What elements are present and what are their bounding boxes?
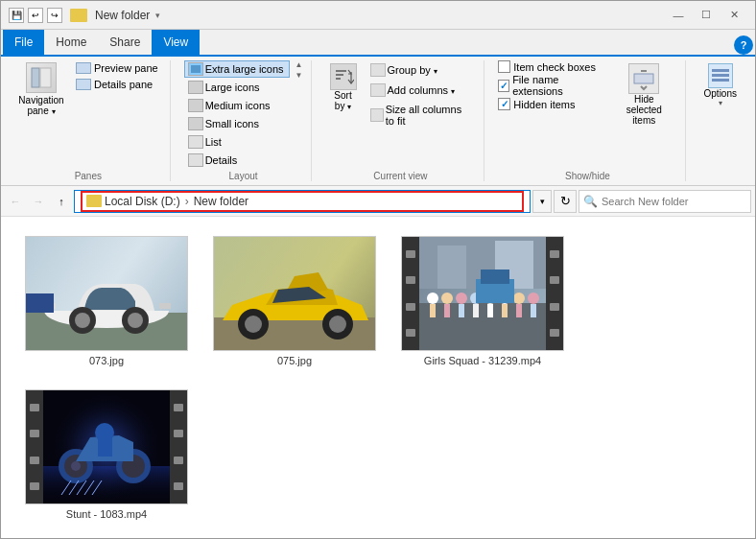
add-columns-label: Add columns ▾	[388, 84, 456, 96]
sort-by-button[interactable]: Sortby ▾	[325, 60, 362, 114]
ribbon: Navigationpane ▾ Preview pane Details pa…	[1, 57, 755, 186]
large-icon	[188, 81, 203, 94]
title-bar: 💾 ↩ ↪ New folder ▾ — ☐ ✕	[1, 1, 755, 30]
preview-pane-button[interactable]: Preview pane	[72, 60, 162, 76]
thumb-stunt	[25, 389, 188, 504]
options-button[interactable]: Options ▾	[699, 60, 742, 110]
ribbon-group-options: Options ▾	[692, 60, 749, 181]
path-new-folder: New folder	[194, 195, 248, 208]
medium-icon	[188, 99, 203, 112]
file-item-075[interactable]: 075.jpg	[208, 232, 381, 370]
address-input[interactable]: Local Disk (D:) › New folder	[74, 190, 531, 213]
ribbon-group-show-hide: Item check boxes File name extensions Hi…	[490, 60, 685, 181]
details-pane-icon	[76, 79, 91, 90]
search-box: 🔍	[579, 190, 751, 213]
file-extensions-toggle[interactable]: File name extensions	[498, 74, 602, 97]
video-strip-left-stunt	[26, 390, 43, 504]
hidden-items-label: Hidden items	[513, 99, 575, 110]
main-content: 073.jpg 075.jpg	[1, 217, 755, 539]
details-button[interactable]: Details	[184, 152, 242, 169]
group-by-button[interactable]: Group by ▾	[366, 60, 477, 80]
tab-view[interactable]: View	[152, 30, 200, 55]
tab-file[interactable]: File	[3, 30, 44, 55]
details-icon	[188, 153, 203, 167]
scroll-down-icon[interactable]: ▼	[295, 71, 303, 80]
back-button[interactable]: ←	[5, 191, 26, 212]
file-extensions-label: File name extensions	[512, 74, 602, 97]
video-strip-right	[546, 237, 563, 350]
options-dropdown-arrow: ▾	[719, 99, 722, 107]
ribbon-group-current-view: Sortby ▾ Group by ▾ Add columns ▾ Size a…	[318, 60, 485, 181]
strip-hole	[174, 404, 183, 411]
svg-rect-10	[712, 74, 729, 77]
help-button[interactable]: ?	[734, 35, 753, 55]
redo-icon[interactable]: ↪	[47, 8, 62, 23]
file-item-girls[interactable]: Girls Squad - 31239.mp4	[396, 232, 569, 370]
title-bar-icons: 💾 ↩ ↪ New folder ▾	[9, 8, 160, 23]
options-icon	[708, 63, 733, 88]
scroll-up-icon[interactable]: ▲	[295, 60, 303, 69]
strip-hole	[406, 303, 415, 311]
extra-large-icons-button[interactable]: Extra large icons	[184, 60, 290, 78]
layout-buttons: Extra large icons Large icons Medium ico…	[184, 60, 290, 169]
add-columns-button[interactable]: Add columns ▾	[366, 81, 477, 100]
path-folder-icon	[86, 195, 102, 207]
navigation-pane-button[interactable]: Navigationpane ▾	[14, 60, 68, 118]
layout-scroll-arrows: ▲ ▼	[295, 60, 303, 80]
maximize-button[interactable]: ☐	[693, 6, 720, 25]
strip-hole	[406, 250, 415, 258]
strip-hole	[550, 250, 559, 258]
preview-pane-label: Preview pane	[94, 62, 158, 74]
file-item-073[interactable]: 073.jpg	[20, 232, 193, 370]
small-icons-button[interactable]: Small icons	[184, 115, 263, 132]
small-icon	[188, 117, 203, 130]
large-icons-button[interactable]: Large icons	[184, 79, 264, 96]
tab-home[interactable]: Home	[44, 30, 98, 55]
close-button[interactable]: ✕	[721, 6, 747, 25]
up-button[interactable]: ↑	[51, 191, 72, 212]
item-checkboxes-toggle[interactable]: Item check boxes	[498, 60, 602, 73]
ribbon-group-panes: Navigationpane ▾ Preview pane Details pa…	[7, 60, 171, 181]
search-input[interactable]	[602, 196, 746, 207]
nav-pane-icon	[26, 62, 57, 93]
size-columns-icon	[370, 108, 384, 122]
file-name-075: 075.jpg	[277, 355, 312, 366]
medium-icons-button[interactable]: Medium icons	[184, 97, 274, 114]
svg-rect-2	[191, 65, 201, 73]
details-label: Details	[205, 154, 238, 166]
size-columns-label: Size all columns to fit	[386, 104, 472, 127]
view-option-buttons: Group by ▾ Add columns ▾ Size all column…	[366, 60, 477, 129]
address-refresh-button[interactable]: ↻	[554, 190, 577, 213]
panes-group-label: Panes	[75, 171, 102, 181]
undo-icon[interactable]: ↩	[28, 8, 43, 23]
extra-large-icon	[188, 62, 203, 76]
nav-pane-label: Navigationpane ▾	[18, 95, 63, 116]
strip-hole	[30, 430, 39, 437]
quick-access-icon[interactable]: 💾	[9, 8, 24, 23]
panes-buttons: Preview pane Details pane	[72, 60, 162, 92]
window-controls: — ☐ ✕	[665, 6, 747, 25]
file-name-stunt: Stunt - 1083.mp4	[66, 508, 147, 520]
show-hide-group-label: Show/hide	[565, 171, 610, 181]
size-columns-button[interactable]: Size all columns to fit	[366, 101, 477, 129]
hidden-items-toggle[interactable]: Hidden items	[498, 98, 602, 110]
details-pane-button[interactable]: Details pane	[72, 77, 162, 92]
file-item-stunt[interactable]: Stunt - 1083.mp4	[20, 386, 193, 524]
thumb-075	[213, 236, 376, 351]
tab-share[interactable]: Share	[98, 30, 152, 55]
hide-selected-button[interactable]: Hide selecteditems	[611, 60, 676, 129]
video-strip-left	[402, 237, 419, 350]
svg-rect-1	[40, 68, 51, 87]
forward-button[interactable]: →	[28, 191, 49, 212]
preview-pane-icon	[76, 62, 91, 74]
list-button[interactable]: List	[184, 133, 225, 151]
address-dropdown-button[interactable]: ▾	[532, 190, 552, 213]
strip-hole	[30, 482, 39, 490]
ribbon-tabs: File Home Share View ?	[1, 30, 755, 57]
hidden-items-checkbox	[498, 98, 510, 110]
small-label: Small icons	[205, 118, 259, 129]
minimize-button[interactable]: —	[665, 6, 692, 25]
strip-hole	[30, 404, 39, 411]
svg-rect-0	[32, 68, 39, 87]
strip-hole	[174, 482, 183, 490]
